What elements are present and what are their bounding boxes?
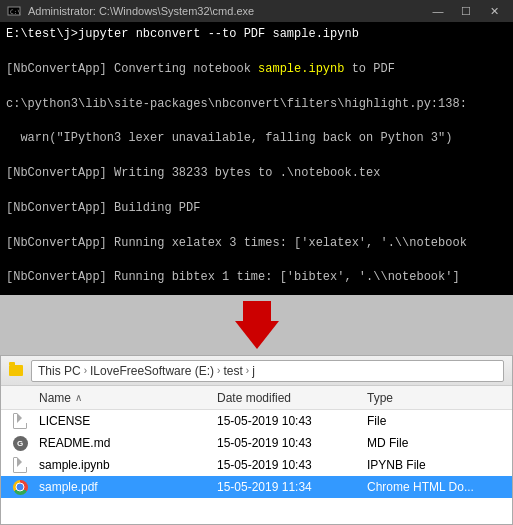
file-icon-readme: G xyxy=(1,436,39,451)
file-icon xyxy=(13,413,27,429)
folder-icon xyxy=(9,365,23,376)
minimize-button[interactable]: — xyxy=(425,2,451,20)
file-icon-ipynb xyxy=(1,457,39,473)
cmd-window: C:\ Administrator: C:\Windows\System32\c… xyxy=(0,0,513,295)
maximize-button[interactable]: ☐ xyxy=(453,2,479,20)
cmd-line-2: c:\python3\lib\site-packages\nbconvert\f… xyxy=(6,96,507,113)
cmd-line-4: [NbConvertApp] Writing 38233 bytes to .\… xyxy=(6,165,507,182)
down-arrow-container xyxy=(235,301,279,349)
table-row[interactable]: sample.pdf 15-05-2019 11:34 Chrome HTML … xyxy=(1,476,512,498)
breadcrumb-sep-2: › xyxy=(246,365,249,376)
readme-icon: G xyxy=(13,436,28,451)
file-name-license: LICENSE xyxy=(39,414,211,428)
explorer-window: This PC › ILoveFreeSoftware (E:) › test … xyxy=(0,355,513,525)
file-name-readme: README.md xyxy=(39,436,211,450)
cmd-command-text: jupyter nbconvert --to PDF sample.ipynb xyxy=(78,27,359,41)
file-type-ipynb: IPYNB File xyxy=(361,458,491,472)
ipynb-icon xyxy=(13,457,27,473)
cmd-titlebar: C:\ Administrator: C:\Windows\System32\c… xyxy=(0,0,513,22)
breadcrumb-sep-1: › xyxy=(217,365,220,376)
breadcrumb-item-1[interactable]: ILoveFreeSoftware (E:) xyxy=(90,364,214,378)
cmd-window-controls: — ☐ ✕ xyxy=(425,2,507,20)
cmd-line-1: [NbConvertApp] Converting notebook sampl… xyxy=(6,61,507,78)
file-date-pdf: 15-05-2019 11:34 xyxy=(211,480,361,494)
file-name-ipynb: sample.ipynb xyxy=(39,458,211,472)
cmd-prompt-text: E:\test\j> xyxy=(6,27,78,41)
chrome-icon xyxy=(13,480,28,495)
cmd-title: Administrator: C:\Windows\System32\cmd.e… xyxy=(28,5,419,17)
table-row[interactable]: LICENSE 15-05-2019 10:43 File xyxy=(1,410,512,432)
file-date-license: 15-05-2019 10:43 xyxy=(211,414,361,428)
file-name-pdf: sample.pdf xyxy=(39,480,211,494)
col-header-date[interactable]: Date modified xyxy=(211,391,361,405)
cmd-line-6: [NbConvertApp] Running xelatex 3 times: … xyxy=(6,235,507,252)
arrow-section xyxy=(0,295,513,355)
file-type-license: File xyxy=(361,414,491,428)
breadcrumb-item-0[interactable]: This PC xyxy=(38,364,81,378)
explorer-file-list: LICENSE 15-05-2019 10:43 File G README.m… xyxy=(1,410,512,498)
breadcrumb-bar[interactable]: This PC › ILoveFreeSoftware (E:) › test … xyxy=(31,360,504,382)
cmd-icon: C:\ xyxy=(6,3,22,19)
explorer-titlebar: This PC › ILoveFreeSoftware (E:) › test … xyxy=(1,356,512,386)
cmd-line-7: [NbConvertApp] Running bibtex 1 time: ['… xyxy=(6,269,507,286)
arrow-shaft xyxy=(243,301,271,321)
file-type-readme: MD File xyxy=(361,436,491,450)
breadcrumb-item-3[interactable]: j xyxy=(252,364,255,378)
col-header-name[interactable]: Name ∧ xyxy=(1,391,211,405)
svg-text:C:\: C:\ xyxy=(10,8,21,15)
table-row[interactable]: sample.ipynb 15-05-2019 10:43 IPYNB File xyxy=(1,454,512,476)
sort-arrow-icon: ∧ xyxy=(75,392,82,403)
explorer-column-headers: Name ∧ Date modified Type xyxy=(1,386,512,410)
file-icon-pdf xyxy=(1,480,39,495)
file-icon-license xyxy=(1,413,39,429)
file-type-pdf: Chrome HTML Do... xyxy=(361,480,491,494)
cmd-line-prompt: E:\test\j>jupyter nbconvert --to PDF sam… xyxy=(6,26,507,43)
arrow-head xyxy=(235,321,279,349)
file-date-ipynb: 15-05-2019 10:43 xyxy=(211,458,361,472)
col-header-type[interactable]: Type xyxy=(361,391,491,405)
breadcrumb-item-2[interactable]: test xyxy=(223,364,242,378)
table-row[interactable]: G README.md 15-05-2019 10:43 MD File xyxy=(1,432,512,454)
cmd-output: E:\test\j>jupyter nbconvert --to PDF sam… xyxy=(0,22,513,295)
breadcrumb-sep-0: › xyxy=(84,365,87,376)
cmd-line-5: [NbConvertApp] Building PDF xyxy=(6,200,507,217)
cmd-line-3: warn("IPython3 lexer unavailable, fallin… xyxy=(6,130,507,147)
close-button[interactable]: ✕ xyxy=(481,2,507,20)
file-date-readme: 15-05-2019 10:43 xyxy=(211,436,361,450)
